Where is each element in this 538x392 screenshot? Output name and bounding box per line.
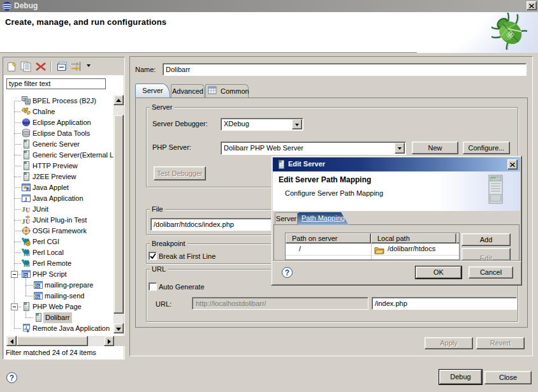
svg-text:U: U: [25, 207, 30, 214]
svg-text:J: J: [27, 187, 30, 191]
svg-text:J: J: [24, 196, 27, 203]
svg-text:U: U: [25, 218, 30, 225]
svg-text:J: J: [25, 325, 27, 330]
